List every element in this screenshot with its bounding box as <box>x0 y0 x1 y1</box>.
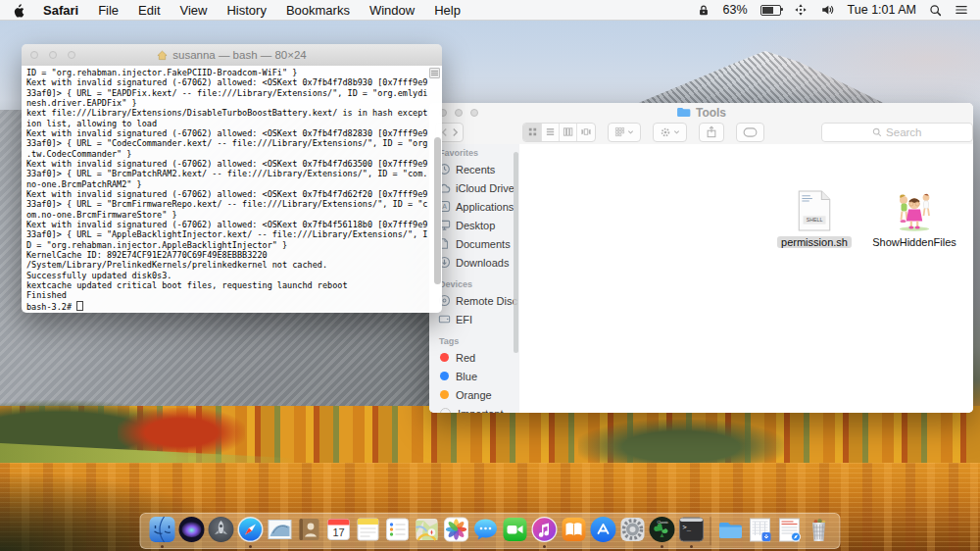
terminal-title-text: susanna — bash — 80×24 <box>172 49 307 61</box>
battery-icon[interactable] <box>760 5 781 16</box>
volume-icon[interactable] <box>820 3 835 17</box>
dock-ibooks-icon[interactable] <box>560 516 588 546</box>
svg-text:>_: >_ <box>682 524 691 531</box>
chevron-down-icon <box>627 128 634 135</box>
notification-center-icon[interactable] <box>955 4 968 16</box>
dock-appstore-icon[interactable] <box>589 516 617 546</box>
sidebar-item-remote-disc[interactable]: Remote Disc <box>429 291 519 310</box>
dock-maps-icon[interactable] <box>413 516 441 546</box>
dock-safari-icon[interactable] <box>236 516 265 546</box>
view-icons-button[interactable] <box>523 124 541 141</box>
sidebar-item-label: Desktop <box>456 220 495 231</box>
menu-item-window[interactable]: Window <box>369 3 415 18</box>
dock-notes-icon[interactable] <box>354 516 382 546</box>
dock-photos-icon[interactable] <box>442 516 470 546</box>
arrange-button[interactable] <box>608 123 641 142</box>
view-list-button[interactable] <box>542 124 560 141</box>
menu-item-help[interactable]: Help <box>434 3 461 18</box>
menu-item-bookmarks[interactable]: Bookmarks <box>286 3 350 18</box>
dock-stack-doc2-icon[interactable] <box>775 516 804 546</box>
menu-items: SafariFileEditViewHistoryBookmarksWindow… <box>43 3 461 18</box>
terminal-line: Kext with invalid signatured (-67062) al… <box>26 220 442 229</box>
dock-terminal-app-icon[interactable]: >_ <box>677 516 706 546</box>
terminal-line: ID = "org.rehabman.injector.FakePCIID-Br… <box>26 68 442 77</box>
dock-itunes-icon[interactable] <box>530 516 559 546</box>
menu-item-view[interactable]: View <box>180 3 208 18</box>
terminal-prompt-line: bash-3.2# <box>26 301 442 311</box>
finder-title: Tools <box>429 105 973 120</box>
shell-script-icon: SHELL <box>797 186 832 231</box>
dock-classic-app-icon[interactable]: Classic <box>648 516 676 546</box>
sidebar-item-important[interactable]: Important <box>429 404 519 413</box>
sidebar-item-icloud-drive[interactable]: iCloud Drive <box>429 178 519 197</box>
search-field[interactable]: Search <box>821 123 973 142</box>
dock-siri-icon[interactable] <box>177 516 206 546</box>
menu-clock[interactable]: Tue 1:01 AM <box>848 3 916 17</box>
running-indicator <box>543 545 546 548</box>
sidebar-item-label: Downloads <box>456 257 509 269</box>
tag-blue-icon <box>440 372 449 380</box>
sidebar-item-downloads[interactable]: Downloads <box>429 253 519 272</box>
view-coverflow-button[interactable] <box>577 124 594 141</box>
dock-trash-icon[interactable] <box>805 516 833 546</box>
home-icon <box>157 50 168 61</box>
sidebar-item-recents[interactable]: Recents <box>429 160 519 178</box>
dock-calendar-icon[interactable]: 17 <box>324 516 353 546</box>
finder-titlebar: Tools Search <box>429 103 973 145</box>
dock-stack-docs-icon[interactable] <box>746 516 774 546</box>
sidebar-item-blue[interactable]: Blue <box>429 367 519 385</box>
dock-folder-icon[interactable] <box>716 516 745 546</box>
finder-files-area[interactable]: SHELLpermission.shShowHiddenFiles <box>519 144 973 413</box>
dock-finder-icon[interactable] <box>148 516 176 546</box>
forward-icon <box>450 126 461 138</box>
menu-item-safari[interactable]: Safari <box>43 3 78 18</box>
dock-facetime-icon[interactable] <box>501 516 529 546</box>
spotlight-icon[interactable] <box>929 4 942 17</box>
terminal-scrollbar[interactable] <box>434 137 441 284</box>
sidebar-item-applications[interactable]: AApplications <box>429 197 519 216</box>
menu-item-file[interactable]: File <box>98 3 119 18</box>
sidebar-item-efi[interactable]: EFI <box>429 310 519 328</box>
terminal-scroll-grip-icon[interactable] <box>429 68 440 78</box>
terminal-cursor <box>76 301 83 311</box>
finder-window: Tools Search <box>429 103 973 413</box>
sidebar-item-desktop[interactable]: Desktop <box>429 216 519 234</box>
terminal-output[interactable]: ID = "org.rehabman.injector.FakePCIID-Br… <box>22 66 442 313</box>
dock-sysprefs-icon[interactable] <box>618 516 647 546</box>
sidebar-scrollbar[interactable] <box>514 152 518 353</box>
terminal-line: kextcache updated critical boot files, r… <box>26 280 442 290</box>
menu-item-history[interactable]: History <box>226 3 266 18</box>
terminal-line: .tw.CodecCommander" } <box>26 149 442 159</box>
menu-item-edit[interactable]: Edit <box>138 3 160 18</box>
search-icon <box>872 127 882 137</box>
file-showhiddenfiles[interactable]: ShowHiddenFiles <box>869 186 959 248</box>
action-button[interactable] <box>653 123 687 142</box>
dock-messages-icon[interactable] <box>471 516 500 546</box>
tag-button[interactable] <box>736 123 764 142</box>
terminal-titlebar[interactable]: susanna — bash — 80×24 <box>22 44 442 67</box>
terminal-line: D = "org.rehabman.injector.AppleBackligh… <box>26 240 442 250</box>
view-columns-button[interactable] <box>560 124 577 141</box>
fan-icon[interactable] <box>794 3 808 17</box>
dock-reminders-icon[interactable] <box>383 516 412 546</box>
dock-mail-icon[interactable] <box>266 516 294 546</box>
folder-icon <box>676 107 691 118</box>
apple-menu[interactable] <box>13 3 25 18</box>
terminal-line: 33af0]> { URL = "EAPDFix.kext/ -- file:/… <box>26 88 442 98</box>
sidebar-item-red[interactable]: Red <box>429 348 519 367</box>
sidebar-section-header-tags: Tags <box>439 336 519 346</box>
sidebar-item-documents[interactable]: Documents <box>429 234 519 253</box>
dock-contacts-icon[interactable] <box>295 516 323 546</box>
file-permission-sh[interactable]: SHELLpermission.sh <box>769 186 859 248</box>
dock-launchpad-icon[interactable] <box>207 516 235 546</box>
sidebar-item-label: Remote Disc <box>456 295 517 307</box>
tag-orange-icon <box>440 390 449 399</box>
share-button[interactable] <box>699 123 724 142</box>
terminal-line: Finished <box>26 290 442 300</box>
terminal-line: 33af0]> { URL = "AppleBacklightInjector.… <box>26 229 442 239</box>
terminal-line: no-one.BrcmPatchRAM2" } <box>26 179 442 189</box>
lock-icon[interactable] <box>697 3 710 18</box>
sidebar-item-orange[interactable]: Orange <box>429 385 519 404</box>
terminal-line: KernelCache ID: 892E74CF91E2A770C69F49E8… <box>26 250 442 260</box>
dock: 17Classic>_ <box>140 513 841 549</box>
